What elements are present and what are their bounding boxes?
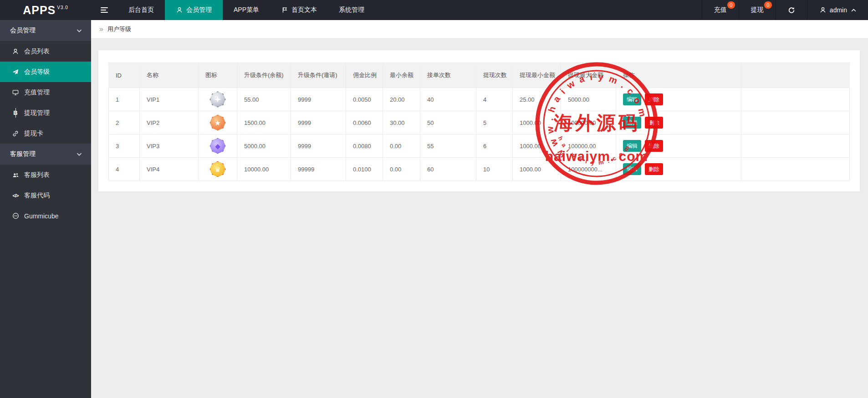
sidebar-item-member-level[interactable]: 会员等级: [0, 62, 91, 82]
sidebar-item-member-list[interactable]: 会员列表: [0, 41, 91, 62]
cell-upgrade-invite: 99999: [291, 158, 346, 181]
refresh-icon: [788, 6, 795, 14]
delete-button[interactable]: 删除: [645, 93, 663, 105]
cell-withdraw-min: 1000.00: [513, 158, 561, 181]
cell-id: 3: [109, 134, 140, 158]
recharge-label: 充值: [714, 6, 727, 14]
cell-filler: [741, 111, 850, 134]
link-icon: [12, 130, 19, 137]
cell-min-balance: 30.00: [383, 111, 420, 134]
cell-min-balance: 20.00: [383, 88, 420, 111]
cell-orders: 60: [420, 158, 476, 181]
recharge-badge: 0: [727, 1, 735, 9]
cell-withdraw-times: 4: [476, 88, 513, 111]
sidebar-item-label: 客服列表: [24, 171, 50, 179]
col-withdraw-max: 提现最大金额: [561, 63, 616, 88]
nav-item-dashboard[interactable]: 后台首页: [117, 0, 165, 20]
sidebar-item-withdraw[interactable]: 提现管理: [0, 103, 91, 123]
cell-id: 1: [109, 88, 140, 111]
cell-icon: ◆: [199, 134, 237, 158]
nav-item-label: 系统管理: [339, 6, 364, 14]
delete-button[interactable]: 删除: [645, 163, 663, 175]
recharge-button[interactable]: 充值 0: [702, 0, 739, 20]
cell-name: VIP3: [140, 134, 199, 158]
medal-purple-gem-icon: ◆: [209, 137, 227, 155]
cell-filler: [741, 88, 850, 111]
cell-withdraw-times: 6: [476, 134, 513, 158]
cell-id: 4: [109, 158, 140, 181]
table-row: 1 VIP1 55.00 9999 0.0050 20.00 40 4 25.0…: [109, 88, 850, 111]
sidebar-item-support-code[interactable]: 客服代码: [0, 185, 91, 206]
chevron-down-icon: [77, 150, 82, 158]
cell-upgrade-balance: 5000.00: [237, 134, 291, 158]
col-id: ID: [109, 63, 140, 88]
edit-button[interactable]: 编辑: [623, 117, 641, 129]
sidebar-item-gummicube[interactable]: Gummicube: [0, 206, 91, 226]
sidebar-item-support-list[interactable]: 客服列表: [0, 165, 91, 185]
table-row: 4 VIP4 ♛ 10000.00 99999 0.0100 0.00 60 1…: [109, 158, 850, 181]
cell-actions: 编辑删除: [616, 158, 741, 181]
table-row: 3 VIP3 ◆ 5000.00 9999 0.0080 0.00 55 6 1…: [109, 134, 850, 158]
users-icon: [12, 172, 19, 178]
withdraw-badge: 0: [764, 1, 772, 9]
col-orders: 接单次数: [420, 63, 476, 88]
cell-filler: [741, 158, 850, 181]
table-card: ID 名称 图标 升级条件(余额) 升级条件(邀请) 佣金比例 最小余额 接单次…: [98, 50, 860, 191]
col-commission: 佣金比例: [346, 63, 383, 88]
nav-item-label: 后台首页: [128, 6, 154, 14]
nav-item-members[interactable]: 会员管理: [165, 0, 223, 20]
breadcrumb: 用户等级: [91, 20, 868, 39]
sidebar-group-members[interactable]: 会员管理: [0, 20, 91, 41]
cell-orders: 40: [420, 88, 476, 111]
nav-item-system[interactable]: 系统管理: [328, 0, 375, 20]
medal-orange-star-icon: ★: [209, 114, 227, 132]
nav-item-label: 首页文本: [291, 6, 317, 14]
sidebar-item-recharge[interactable]: 充值管理: [0, 82, 91, 103]
cell-withdraw-min: 1000.00: [513, 134, 561, 158]
col-name: 名称: [140, 63, 199, 88]
sidebar-toggle-button[interactable]: [91, 0, 117, 20]
delete-button[interactable]: 删除: [645, 140, 663, 152]
col-withdraw-times: 提现次数: [476, 63, 513, 88]
user-menu[interactable]: admin: [807, 0, 868, 20]
sidebar-item-withdraw-card[interactable]: 提现卡: [0, 123, 91, 144]
cell-filler: [741, 134, 850, 158]
edit-button[interactable]: 编辑: [623, 93, 641, 105]
withdraw-button[interactable]: 提现 0: [739, 0, 776, 20]
col-icon: 图标: [199, 63, 237, 88]
cell-name: VIP2: [140, 111, 199, 134]
edit-button[interactable]: 编辑: [623, 163, 641, 175]
nav-item-app-menu[interactable]: APP菜单: [223, 0, 270, 20]
cell-upgrade-invite: 9999: [291, 88, 346, 111]
navbar-right: 充值 0 提现 0 admin: [702, 0, 868, 20]
monitor-icon: [12, 89, 19, 96]
col-min-balance: 最小余额: [383, 63, 420, 88]
delete-button[interactable]: 删除: [645, 117, 663, 129]
cell-withdraw-times: 5: [476, 111, 513, 134]
cell-icon: [199, 88, 237, 111]
main-content: 用户等级 ID 名称 图标 升级条件(余额) 升级条件(邀请) 佣金比例 最小余…: [91, 20, 868, 398]
table-header-row: ID 名称 图标 升级条件(余额) 升级条件(邀请) 佣金比例 最小余额 接单次…: [109, 63, 850, 88]
cell-withdraw-max: 100000000...: [561, 158, 616, 181]
nav-item-label: 会员管理: [186, 6, 212, 14]
cell-commission: 0.0080: [346, 134, 383, 158]
sidebar-group-label: 客服管理: [10, 150, 36, 158]
flag-icon: [281, 7, 288, 13]
app-version: V3.0: [57, 5, 68, 10]
nav-item-home-text[interactable]: 首页文本: [270, 0, 328, 20]
chevron-up-icon: [851, 8, 856, 12]
edit-button[interactable]: 编辑: [623, 140, 641, 152]
chevron-down-icon: [77, 27, 82, 34]
table-row: 2 VIP2 ★ 1500.00 9999 0.0060 30.00 50 5 …: [109, 111, 850, 134]
cell-actions: 编辑删除: [616, 111, 741, 134]
refresh-button[interactable]: [776, 0, 807, 20]
top-navbar: APPSV3.0 后台首页 会员管理 APP菜单 首页文本 系统管理 充值 0 …: [0, 0, 868, 20]
medal-gold-crown-icon: ♛: [209, 160, 227, 178]
cell-actions: 编辑删除: [616, 134, 741, 158]
member-level-table: ID 名称 图标 升级条件(余额) 升级条件(邀请) 佣金比例 最小余额 接单次…: [108, 62, 850, 181]
cell-commission: 0.0050: [346, 88, 383, 111]
sidebar-group-support[interactable]: 客服管理: [0, 144, 91, 165]
user-icon: [176, 7, 183, 13]
cell-icon: ★: [199, 111, 237, 134]
cell-actions: 编辑删除: [616, 88, 741, 111]
